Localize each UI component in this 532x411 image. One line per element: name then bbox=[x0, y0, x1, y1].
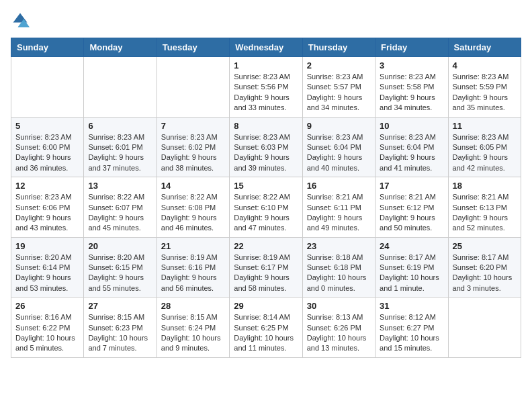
day-number: 11 bbox=[453, 121, 517, 131]
calendar-week-row: 19Sunrise: 8:20 AM Sunset: 6:14 PM Dayli… bbox=[11, 237, 521, 298]
day-info: Sunrise: 8:23 AM Sunset: 6:05 PM Dayligh… bbox=[453, 132, 517, 174]
logo bbox=[11, 11, 34, 30]
day-info: Sunrise: 8:18 AM Sunset: 6:18 PM Dayligh… bbox=[307, 253, 371, 294]
calendar-cell: 13Sunrise: 8:22 AM Sunset: 6:07 PM Dayli… bbox=[84, 177, 157, 238]
day-info: Sunrise: 8:22 AM Sunset: 6:10 PM Dayligh… bbox=[234, 192, 298, 234]
day-info: Sunrise: 8:22 AM Sunset: 6:07 PM Dayligh… bbox=[88, 192, 152, 234]
day-number: 25 bbox=[453, 241, 517, 251]
day-header-sunday: Sunday bbox=[11, 38, 84, 57]
day-number: 21 bbox=[161, 241, 225, 251]
calendar-cell: 22Sunrise: 8:19 AM Sunset: 6:17 PM Dayli… bbox=[230, 237, 302, 298]
day-header-saturday: Saturday bbox=[448, 38, 521, 57]
calendar-cell: 25Sunrise: 8:17 AM Sunset: 6:20 PM Dayli… bbox=[448, 237, 521, 298]
calendar-week-row: 26Sunrise: 8:16 AM Sunset: 6:22 PM Dayli… bbox=[11, 298, 521, 358]
day-number: 29 bbox=[234, 301, 298, 311]
calendar-cell bbox=[448, 298, 521, 358]
day-info: Sunrise: 8:23 AM Sunset: 6:03 PM Dayligh… bbox=[234, 132, 298, 174]
day-info: Sunrise: 8:23 AM Sunset: 6:01 PM Dayligh… bbox=[88, 132, 152, 174]
calendar-cell: 27Sunrise: 8:15 AM Sunset: 6:23 PM Dayli… bbox=[84, 298, 157, 358]
day-number: 28 bbox=[161, 301, 225, 311]
day-info: Sunrise: 8:12 AM Sunset: 6:27 PM Dayligh… bbox=[380, 312, 443, 354]
calendar-cell: 10Sunrise: 8:23 AM Sunset: 6:04 PM Dayli… bbox=[375, 117, 448, 177]
day-info: Sunrise: 8:23 AM Sunset: 5:59 PM Dayligh… bbox=[453, 72, 517, 113]
day-info: Sunrise: 8:23 AM Sunset: 6:02 PM Dayligh… bbox=[161, 132, 225, 174]
day-number: 2 bbox=[307, 60, 371, 71]
calendar-cell: 17Sunrise: 8:21 AM Sunset: 6:12 PM Dayli… bbox=[375, 177, 448, 238]
day-number: 18 bbox=[453, 181, 517, 191]
calendar-cell: 20Sunrise: 8:20 AM Sunset: 6:15 PM Dayli… bbox=[84, 237, 157, 298]
calendar-cell: 5Sunrise: 8:23 AM Sunset: 6:00 PM Daylig… bbox=[11, 117, 84, 177]
day-number: 3 bbox=[380, 60, 443, 71]
day-info: Sunrise: 8:20 AM Sunset: 6:15 PM Dayligh… bbox=[88, 253, 152, 294]
day-info: Sunrise: 8:23 AM Sunset: 6:00 PM Dayligh… bbox=[15, 132, 79, 174]
calendar-cell: 18Sunrise: 8:21 AM Sunset: 6:13 PM Dayli… bbox=[448, 177, 521, 238]
calendar-cell bbox=[11, 57, 84, 118]
day-number: 27 bbox=[88, 301, 152, 311]
calendar-cell: 16Sunrise: 8:21 AM Sunset: 6:11 PM Dayli… bbox=[302, 177, 375, 238]
calendar-week-row: 5Sunrise: 8:23 AM Sunset: 6:00 PM Daylig… bbox=[11, 117, 521, 177]
calendar-table: SundayMondayTuesdayWednesdayThursdayFrid… bbox=[11, 38, 521, 358]
calendar-cell: 30Sunrise: 8:13 AM Sunset: 6:26 PM Dayli… bbox=[302, 298, 375, 358]
day-info: Sunrise: 8:13 AM Sunset: 6:26 PM Dayligh… bbox=[307, 312, 371, 354]
calendar-cell: 3Sunrise: 8:23 AM Sunset: 5:58 PM Daylig… bbox=[375, 57, 448, 118]
calendar-header-row: SundayMondayTuesdayWednesdayThursdayFrid… bbox=[11, 38, 521, 57]
day-info: Sunrise: 8:20 AM Sunset: 6:14 PM Dayligh… bbox=[15, 253, 79, 294]
day-info: Sunrise: 8:21 AM Sunset: 6:11 PM Dayligh… bbox=[307, 192, 371, 234]
day-number: 15 bbox=[234, 181, 298, 191]
day-number: 10 bbox=[380, 121, 443, 131]
day-number: 24 bbox=[380, 241, 443, 251]
day-header-wednesday: Wednesday bbox=[230, 38, 302, 57]
calendar-cell: 2Sunrise: 8:23 AM Sunset: 5:57 PM Daylig… bbox=[302, 57, 375, 118]
calendar-cell: 11Sunrise: 8:23 AM Sunset: 6:05 PM Dayli… bbox=[448, 117, 521, 177]
logo-icon bbox=[11, 11, 30, 30]
calendar-cell: 1Sunrise: 8:23 AM Sunset: 5:56 PM Daylig… bbox=[230, 57, 302, 118]
day-info: Sunrise: 8:19 AM Sunset: 6:17 PM Dayligh… bbox=[234, 253, 298, 294]
calendar-cell: 9Sunrise: 8:23 AM Sunset: 6:04 PM Daylig… bbox=[302, 117, 375, 177]
day-number: 22 bbox=[234, 241, 298, 251]
calendar-cell: 14Sunrise: 8:22 AM Sunset: 6:08 PM Dayli… bbox=[157, 177, 229, 238]
day-number: 20 bbox=[88, 241, 152, 251]
day-info: Sunrise: 8:19 AM Sunset: 6:16 PM Dayligh… bbox=[161, 253, 225, 294]
day-info: Sunrise: 8:21 AM Sunset: 6:12 PM Dayligh… bbox=[380, 192, 443, 234]
day-info: Sunrise: 8:17 AM Sunset: 6:20 PM Dayligh… bbox=[453, 253, 517, 294]
day-number: 17 bbox=[380, 181, 443, 191]
day-header-monday: Monday bbox=[84, 38, 157, 57]
calendar-cell: 8Sunrise: 8:23 AM Sunset: 6:03 PM Daylig… bbox=[230, 117, 302, 177]
day-number: 30 bbox=[307, 301, 371, 311]
calendar-cell: 31Sunrise: 8:12 AM Sunset: 6:27 PM Dayli… bbox=[375, 298, 448, 358]
day-info: Sunrise: 8:23 AM Sunset: 5:58 PM Dayligh… bbox=[380, 72, 443, 113]
day-number: 23 bbox=[307, 241, 371, 251]
day-number: 8 bbox=[234, 121, 298, 131]
day-info: Sunrise: 8:17 AM Sunset: 6:19 PM Dayligh… bbox=[380, 253, 443, 294]
day-info: Sunrise: 8:14 AM Sunset: 6:25 PM Dayligh… bbox=[234, 312, 298, 354]
day-info: Sunrise: 8:15 AM Sunset: 6:24 PM Dayligh… bbox=[161, 312, 225, 354]
day-number: 16 bbox=[307, 181, 371, 191]
day-info: Sunrise: 8:15 AM Sunset: 6:23 PM Dayligh… bbox=[88, 312, 152, 354]
day-info: Sunrise: 8:23 AM Sunset: 6:06 PM Dayligh… bbox=[15, 192, 79, 234]
day-number: 19 bbox=[15, 241, 79, 251]
calendar-cell: 7Sunrise: 8:23 AM Sunset: 6:02 PM Daylig… bbox=[157, 117, 229, 177]
day-info: Sunrise: 8:23 AM Sunset: 5:56 PM Dayligh… bbox=[234, 72, 298, 113]
calendar-cell: 28Sunrise: 8:15 AM Sunset: 6:24 PM Dayli… bbox=[157, 298, 229, 358]
calendar-cell: 4Sunrise: 8:23 AM Sunset: 5:59 PM Daylig… bbox=[448, 57, 521, 118]
calendar-week-row: 12Sunrise: 8:23 AM Sunset: 6:06 PM Dayli… bbox=[11, 177, 521, 238]
calendar-cell: 6Sunrise: 8:23 AM Sunset: 6:01 PM Daylig… bbox=[84, 117, 157, 177]
day-number: 26 bbox=[15, 301, 79, 311]
day-number: 4 bbox=[453, 60, 517, 71]
day-info: Sunrise: 8:23 AM Sunset: 6:04 PM Dayligh… bbox=[380, 132, 443, 174]
day-info: Sunrise: 8:22 AM Sunset: 6:08 PM Dayligh… bbox=[161, 192, 225, 234]
calendar-cell: 23Sunrise: 8:18 AM Sunset: 6:18 PM Dayli… bbox=[302, 237, 375, 298]
day-number: 12 bbox=[15, 181, 79, 191]
day-number: 1 bbox=[234, 60, 298, 71]
day-number: 7 bbox=[161, 121, 225, 131]
day-header-thursday: Thursday bbox=[302, 38, 375, 57]
day-number: 9 bbox=[307, 121, 371, 131]
calendar-cell: 26Sunrise: 8:16 AM Sunset: 6:22 PM Dayli… bbox=[11, 298, 84, 358]
calendar-cell bbox=[157, 57, 229, 118]
calendar-cell: 19Sunrise: 8:20 AM Sunset: 6:14 PM Dayli… bbox=[11, 237, 84, 298]
day-info: Sunrise: 8:21 AM Sunset: 6:13 PM Dayligh… bbox=[453, 192, 517, 234]
calendar-cell: 24Sunrise: 8:17 AM Sunset: 6:19 PM Dayli… bbox=[375, 237, 448, 298]
calendar-cell: 15Sunrise: 8:22 AM Sunset: 6:10 PM Dayli… bbox=[230, 177, 302, 238]
day-number: 5 bbox=[15, 121, 79, 131]
day-header-tuesday: Tuesday bbox=[157, 38, 229, 57]
